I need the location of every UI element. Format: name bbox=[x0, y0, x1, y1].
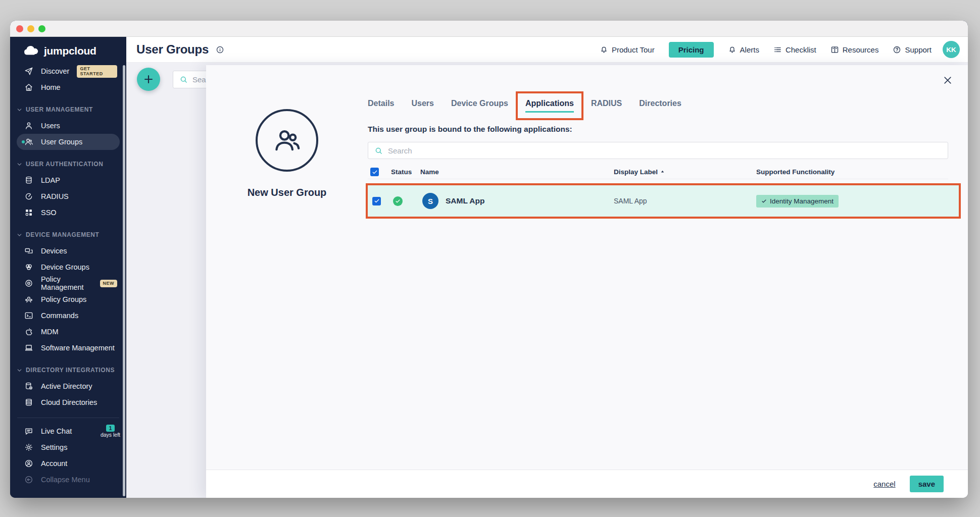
sidebar-item-cloud-directories[interactable]: Cloud Directories bbox=[10, 394, 126, 410]
column-label: Display Label bbox=[614, 168, 658, 176]
sidebar-item-policy-management[interactable]: Policy ManagementNEW bbox=[10, 275, 126, 291]
table-row[interactable]: SSAML AppSAML AppIdentity Management bbox=[368, 185, 948, 217]
sidebar-section-device-management[interactable]: DEVICE MANAGEMENT bbox=[10, 227, 126, 243]
venn-icon bbox=[24, 263, 33, 272]
sidebar-item-live-chat[interactable]: Live Chat1days left bbox=[10, 423, 126, 439]
info-icon[interactable] bbox=[216, 45, 224, 54]
search-placeholder: Search bbox=[388, 146, 412, 155]
sidebar-section-directory-integrations[interactable]: DIRECTORY INTEGRATIONS bbox=[10, 362, 126, 378]
sidebar-item-settings[interactable]: Settings bbox=[10, 439, 126, 455]
sidebar-section-user-authentication[interactable]: USER AUTHENTICATION bbox=[10, 156, 126, 172]
action-label: Resources bbox=[843, 45, 879, 54]
sidebar: jumpcloud DiscoverGET STARTEDHomeUSER MA… bbox=[10, 37, 126, 498]
row-checkbox[interactable] bbox=[372, 197, 381, 205]
page-header: User Groups Product TourPricingAlertsChe… bbox=[126, 37, 968, 63]
column-label: Name bbox=[420, 168, 439, 176]
tab-bar: DetailsUsersDevice GroupsApplicationsRAD… bbox=[368, 96, 948, 115]
sidebar-item-commands[interactable]: Commands bbox=[10, 307, 126, 324]
column-header-name[interactable]: Name bbox=[420, 168, 614, 176]
cancel-button[interactable]: cancel bbox=[873, 480, 895, 488]
support-button[interactable]: Support bbox=[893, 45, 932, 54]
trial-days-caption: days left bbox=[101, 432, 120, 438]
sidebar-item-account[interactable]: Account bbox=[10, 455, 126, 472]
pricing-button[interactable]: Pricing bbox=[669, 42, 714, 58]
sidebar-item-policy-groups[interactable]: Policy Groups bbox=[10, 291, 126, 307]
sidebar-scrollbar[interactable] bbox=[123, 65, 125, 496]
resources-button[interactable]: Resources bbox=[830, 45, 879, 54]
sidebar-item-user-groups[interactable]: User Groups bbox=[17, 134, 120, 150]
chevron-down-icon bbox=[17, 368, 22, 373]
save-button[interactable]: save bbox=[910, 476, 944, 492]
column-header-status[interactable]: Status bbox=[391, 168, 420, 176]
action-label: Support bbox=[905, 45, 932, 54]
column-header-supported-functionality[interactable]: Supported Functionality bbox=[756, 168, 948, 176]
display-label-cell: SAML App bbox=[614, 197, 756, 205]
functionality-label: Identity Management bbox=[770, 197, 834, 205]
tab-device-groups[interactable]: Device Groups bbox=[451, 99, 508, 113]
book-icon bbox=[830, 45, 839, 54]
tab-radius[interactable]: RADIUS bbox=[591, 99, 622, 113]
sidebar-item-label: Collapse Menu bbox=[41, 476, 90, 484]
policy-groups-icon bbox=[24, 295, 33, 304]
badge-new: NEW bbox=[100, 280, 118, 287]
search-icon bbox=[179, 75, 188, 84]
sidebar-item-label: Live Chat bbox=[41, 427, 72, 435]
sidebar-section-user-management[interactable]: USER MANAGEMENT bbox=[10, 101, 126, 118]
close-window-button[interactable] bbox=[16, 25, 23, 32]
badge-get-started: GET STARTED bbox=[77, 65, 117, 78]
highlight-annotation-box: Applications bbox=[516, 91, 583, 120]
sidebar-item-users[interactable]: Users bbox=[10, 118, 126, 134]
section-label: DIRECTORY INTEGRATIONS bbox=[26, 367, 115, 374]
sidebar-item-label: Device Groups bbox=[41, 263, 89, 271]
sidebar-item-radius[interactable]: RADIUS bbox=[10, 188, 126, 204]
table-header-row: StatusNameDisplay LabelSupported Functio… bbox=[368, 165, 948, 179]
sidebar-item-label: Active Directory bbox=[41, 382, 92, 390]
chevron-down-icon bbox=[17, 162, 22, 167]
column-label: Status bbox=[391, 168, 412, 176]
tab-users[interactable]: Users bbox=[411, 99, 433, 113]
sidebar-item-label: Account bbox=[41, 459, 67, 468]
add-user-group-button[interactable] bbox=[137, 68, 160, 91]
zoom-window-button[interactable] bbox=[38, 25, 45, 32]
devices-icon bbox=[24, 246, 33, 255]
sidebar-item-home[interactable]: Home bbox=[10, 79, 126, 95]
sidebar-item-discover[interactable]: DiscoverGET STARTED bbox=[10, 63, 126, 79]
sidebar-item-label: Home bbox=[41, 83, 61, 91]
column-header-display-label[interactable]: Display Label bbox=[614, 168, 756, 176]
tab-applications[interactable]: Applications bbox=[525, 99, 574, 113]
jumpcloud-logo: jumpcloud bbox=[10, 43, 126, 59]
sidebar-item-collapse-menu[interactable]: Collapse Menu bbox=[10, 472, 126, 488]
cloud-logo-icon bbox=[22, 45, 39, 57]
checklist-button[interactable]: Checklist bbox=[773, 45, 816, 54]
sidebar-item-label: Commands bbox=[41, 312, 78, 320]
sidebar-item-ldap[interactable]: LDAP bbox=[10, 172, 126, 188]
sidebar-item-device-groups[interactable]: Device Groups bbox=[10, 259, 126, 275]
cloud-db-icon bbox=[24, 398, 33, 407]
main-area: User Groups Product TourPricingAlertsChe… bbox=[126, 37, 968, 498]
users-icon bbox=[24, 137, 33, 146]
alerts-button[interactable]: Alerts bbox=[728, 45, 759, 54]
name-cell: SSAML App bbox=[422, 193, 614, 209]
user-group-panel: New User Group DetailsUsersDevice Groups… bbox=[206, 65, 968, 498]
sidebar-item-active-directory[interactable]: Active Directory bbox=[10, 378, 126, 394]
chevron-down-icon bbox=[17, 107, 22, 113]
product-tour-button[interactable]: Product Tour bbox=[600, 45, 655, 54]
select-all-checkbox[interactable] bbox=[370, 168, 379, 176]
minimize-window-button[interactable] bbox=[27, 25, 34, 32]
bound-apps-description: This user group is bound to the followin… bbox=[368, 125, 948, 134]
sidebar-item-devices[interactable]: Devices bbox=[10, 243, 126, 259]
sidebar-item-software-management[interactable]: Software Management bbox=[10, 340, 126, 356]
close-icon[interactable] bbox=[943, 75, 953, 85]
tab-directories[interactable]: Directories bbox=[639, 99, 681, 113]
sidebar-item-sso[interactable]: SSO bbox=[10, 204, 126, 221]
sidebar-item-mdm[interactable]: MDM bbox=[10, 324, 126, 340]
tab-details[interactable]: Details bbox=[368, 99, 394, 113]
sidebar-item-label: Users bbox=[41, 122, 60, 130]
action-label: Alerts bbox=[740, 45, 759, 54]
directory-icon bbox=[24, 382, 33, 391]
chevron-down-icon bbox=[17, 232, 22, 238]
applications-search-input[interactable]: Search bbox=[368, 142, 948, 159]
sidebar-item-label: Policy Management bbox=[41, 275, 92, 291]
search-icon bbox=[374, 146, 383, 155]
user-avatar[interactable]: KK bbox=[943, 41, 960, 58]
